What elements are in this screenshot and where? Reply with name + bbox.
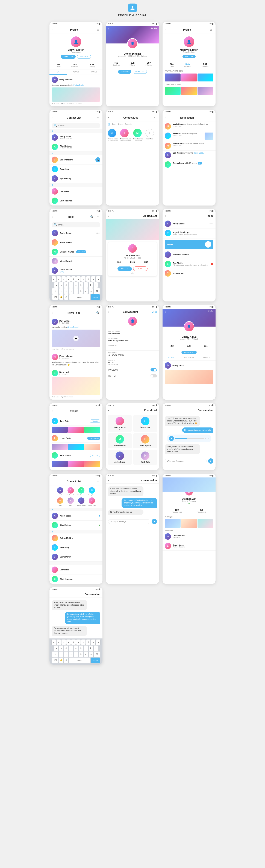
key-j2[interactable]: j <box>84 646 88 651</box>
key-x2[interactable]: x <box>64 652 68 657</box>
inbox2-andry[interactable]: A Andry Jcson 11:49 <box>163 219 216 228</box>
tab-posts-12[interactable]: POSTS <box>163 355 180 360</box>
key-f2[interactable]: f <box>69 646 73 651</box>
key-shift[interactable]: ⇧ <box>52 288 58 294</box>
filter-logs[interactable]: Logs <box>112 123 116 125</box>
message-input-15[interactable] <box>165 459 207 463</box>
filter-all[interactable]: All <box>108 123 110 125</box>
progress-bar-1[interactable] <box>175 438 204 439</box>
key-e2[interactable]: e <box>62 640 66 645</box>
settings-icon-3[interactable]: ⚙ <box>208 27 213 32</box>
key-f[interactable]: f <box>69 282 73 288</box>
search-bar-4[interactable]: 🔍 <box>52 123 100 128</box>
message-button-2[interactable]: MESSAGE <box>133 70 146 74</box>
key-d2[interactable]: d <box>64 646 68 651</box>
key-d[interactable]: d <box>64 282 68 288</box>
key-g[interactable]: g <box>74 282 78 288</box>
contact-carry[interactable]: C Carry Hee <box>49 187 102 196</box>
message-button-1[interactable]: MESSAGE <box>77 55 91 59</box>
key-s2[interactable]: s <box>59 646 63 651</box>
cl3-bjorn[interactable]: B Bjorn Donny <box>49 552 102 562</box>
contact-bean[interactable]: B Bean Hug <box>49 164 102 174</box>
follow-jana-btn[interactable]: FOLLOW <box>90 420 100 423</box>
add-more-icon[interactable]: + <box>145 129 154 137</box>
key-r[interactable]: r <box>66 276 71 282</box>
key-delete2[interactable]: ⌫ <box>94 652 100 657</box>
key-a[interactable]: a <box>54 282 58 288</box>
key-e[interactable]: e <box>62 276 66 282</box>
avatar-cecple[interactable]: C Cecple Marta <box>77 497 86 506</box>
cl3-andry[interactable]: A Andry Jcson <box>49 511 102 521</box>
add-contact-icon[interactable]: + <box>95 115 100 120</box>
tab-about[interactable]: ABOUT <box>67 69 85 74</box>
follow-button-3[interactable]: FOLLOW <box>183 55 196 58</box>
inbox2-eric[interactable]: E Eric Fiedler Fries: can you show me th… <box>163 259 216 269</box>
back-button-3[interactable]: ‹ <box>165 28 166 31</box>
notif-1[interactable]: M Madis Cook and 6 more people followed … <box>163 122 216 131</box>
search-input-4[interactable] <box>58 125 98 127</box>
follow-btn-inbox[interactable]: FOLLOW <box>76 250 87 253</box>
friend-stephan[interactable]: S Stephan Abt <box>133 415 157 432</box>
key-h[interactable]: h <box>79 282 83 288</box>
back-button-15[interactable]: ‹ <box>165 408 166 412</box>
tab-photos-12[interactable]: PHOTOS <box>198 355 216 360</box>
back-button-2[interactable]: ‹ <box>108 27 109 30</box>
person-lucas-barth[interactable]: L Lucas Barth FOLLOWING <box>52 434 100 443</box>
notif-5[interactable]: S Saurab Borsa added 5 albums 5+ <box>163 160 216 169</box>
key-b[interactable]: b <box>79 288 83 294</box>
key-m2[interactable]: m <box>89 652 93 657</box>
send-button-17[interactable]: ➤ <box>152 519 157 524</box>
cl3-carry[interactable]: C Carry Hee <box>49 565 102 575</box>
key-q[interactable]: q <box>52 276 56 282</box>
key-x[interactable]: x <box>64 288 68 294</box>
contact-bjorn[interactable]: B Bjorn Donny <box>49 174 102 183</box>
back-button-11[interactable]: ‹ <box>108 310 109 313</box>
back-button-6[interactable]: ‹ <box>165 116 166 119</box>
inbox2-vera[interactable]: V Vera O. Henderson Go for the next appo… <box>163 228 216 238</box>
contact-chef[interactable]: C Chef Houston <box>49 196 102 206</box>
done-button[interactable]: Done <box>152 311 157 313</box>
tab-follower-12[interactable]: FOLLOWER <box>180 355 198 360</box>
key-y[interactable]: y <box>76 276 80 282</box>
key-w2[interactable]: w <box>57 640 61 645</box>
key-p[interactable]: p <box>96 276 100 282</box>
accept-button[interactable]: ACCEPT <box>118 267 132 271</box>
person-jana-bosch[interactable]: J Jana Bosch FOLLOW <box>52 451 100 460</box>
back-button-10[interactable]: ‹ <box>52 311 53 314</box>
key-emoji[interactable]: 😊 <box>59 294 63 300</box>
friend-britts[interactable]: B Britts Splash <box>133 433 157 448</box>
key-j[interactable]: j <box>84 282 88 288</box>
avatar-nancy-2[interactable]: N Nancy <box>56 497 65 506</box>
back-button-12[interactable]: ‹ <box>165 310 166 313</box>
back-button-5[interactable]: ‹ <box>108 116 109 119</box>
key-h2[interactable]: h <box>79 646 83 651</box>
more-icon-6[interactable]: ⋮ <box>208 115 213 120</box>
cl3-chef[interactable]: C Chef Houston <box>49 575 102 584</box>
key-a2[interactable]: a <box>54 646 58 651</box>
back-button-14[interactable]: ‹ <box>108 408 109 412</box>
back-button-17[interactable]: ‹ <box>108 479 109 482</box>
key-l2[interactable]: l <box>94 646 98 651</box>
key-g2[interactable]: g <box>74 646 78 651</box>
notif-2[interactable]: J Jana Butz added 2 new photos 3 Hours a… <box>163 131 216 141</box>
key-k[interactable]: k <box>89 282 93 288</box>
filter-group[interactable]: Group <box>118 123 123 125</box>
key-i[interactable]: i <box>86 276 91 282</box>
key-z2[interactable]: z <box>59 652 63 657</box>
field-phone[interactable]: PHONE NO. +61 43498 991126 <box>106 350 159 358</box>
key-space[interactable]: space <box>69 294 90 300</box>
key-delete[interactable]: ⌫ <box>94 288 100 294</box>
following-lucas-btn[interactable]: FOLLOWING <box>87 437 100 440</box>
key-shift2[interactable]: ⇧ <box>52 652 58 657</box>
key-mic2[interactable]: 🎤 <box>64 657 68 663</box>
friend-donk[interactable]: D Donk Mathuo Freelancer <box>163 532 216 541</box>
back-button-8[interactable]: ‹ <box>108 214 109 218</box>
back-button-13[interactable]: ‹ <box>52 409 53 413</box>
saurer-icon[interactable]: + <box>205 241 211 248</box>
person-jana-butz[interactable]: J Jana Butz FOLLOW <box>52 417 100 426</box>
key-y2[interactable]: y <box>76 640 80 645</box>
key-s[interactable]: s <box>59 282 63 288</box>
key-c2[interactable]: c <box>69 652 73 657</box>
key-mic[interactable]: 🎤 <box>64 294 68 300</box>
cl3-bean[interactable]: B Bean Hug <box>49 543 102 552</box>
